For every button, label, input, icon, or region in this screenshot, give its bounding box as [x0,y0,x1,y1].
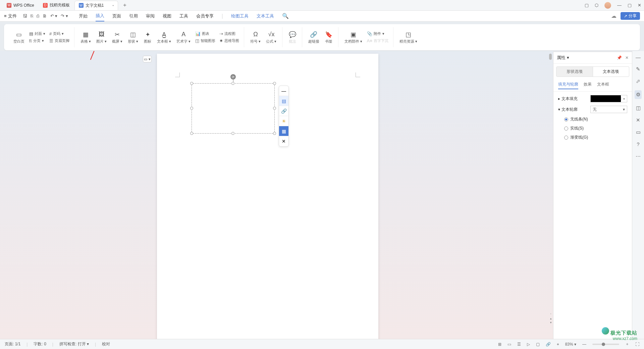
add-tab-button[interactable]: ＋ [119,0,131,10]
tab-text-options[interactable]: 文本选项 [593,66,630,77]
resources-button[interactable]: ◳稻壳资源 ▾ [397,30,419,45]
rail-layers-icon[interactable]: ◫ [636,105,641,111]
view-page-icon[interactable]: ▭ [507,342,511,347]
status-words[interactable]: 字数: 0 [34,341,46,347]
zoom-value[interactable]: 83% ▾ [565,342,576,347]
shapes-button[interactable]: ◫形状 ▾ [126,30,140,45]
page-number-button[interactable]: #页码▾ [48,31,71,37]
radio-no-line[interactable]: 无线条(N) [564,116,627,122]
text-outline-select[interactable]: 无▾ [590,106,627,113]
page-break-button[interactable]: ⎘分页▾ [28,38,47,44]
resize-handle[interactable] [273,107,276,110]
textbox-shape[interactable]: ⟳ [192,83,275,134]
menu-text-tools[interactable]: 文本工具 [257,11,274,21]
resize-handle[interactable] [273,82,276,85]
rail-select-icon[interactable]: ⬀ [636,78,640,84]
vertical-scrollbar[interactable]: ▴ ◦ ▴ ▾ [549,54,552,329]
radio-solid-line[interactable]: 实线(S) [564,126,627,131]
radio-gradient-line[interactable]: 渐变线(G) [564,135,627,140]
doc-parts-button[interactable]: ▣文档部件 ▾ [342,30,364,45]
screenshot-button[interactable]: ✂截屏 ▾ [110,30,124,45]
menu-tools[interactable]: 工具 [179,11,188,21]
attachment-button[interactable]: 📎附件▾ [366,31,390,37]
menu-member[interactable]: 会员专享 [196,11,214,21]
reader-icon[interactable]: ▢ [585,3,589,8]
rail-pen-icon[interactable]: ✎ [636,66,640,72]
subtab-effects[interactable]: 效果 [584,82,592,89]
float-layout-button[interactable]: ▦ [279,126,288,136]
share-button[interactable]: ↗ 分享 [621,12,640,20]
float-more-button[interactable]: ✕ [279,136,288,146]
header-footer-button[interactable]: ☰页眉页脚 [48,38,71,44]
symbol-button[interactable]: Ω符号 ▾ [248,30,263,45]
bookmark-button[interactable]: 🔖书签 [323,30,335,45]
picture-button[interactable]: 🖼图片 ▾ [94,30,109,45]
resize-handle[interactable] [231,132,234,135]
close-button[interactable]: ✕ [638,3,641,8]
view-web-icon[interactable]: ▢ [536,342,540,347]
cube-icon[interactable]: ⬡ [595,3,598,8]
rail-tools-icon[interactable]: ✕ [636,117,640,123]
rail-book-icon[interactable]: ▭ [636,129,641,135]
view-link-icon[interactable]: 🔗 [546,342,551,347]
close-panel-icon[interactable]: ✕ [625,55,629,60]
menu-start[interactable]: 开始 [79,11,88,21]
subtab-fill-outline[interactable]: 填充与轮廓 [558,82,578,89]
pin-icon[interactable]: 📌 [617,55,622,60]
float-style-button[interactable]: ☀ [279,116,288,126]
menu-review[interactable]: 审阅 [146,11,155,21]
smartart-button[interactable]: ◫智能图形 [194,38,217,44]
text-fill-color[interactable]: ▾ [590,95,627,102]
view-read-icon[interactable]: ▷ [527,342,530,347]
menu-reference[interactable]: 引用 [129,11,138,21]
status-proof[interactable]: 校对 [102,341,110,347]
fullscreen-icon[interactable]: ⛶ [635,342,639,347]
layout-options-button[interactable]: ▭ ▾ [143,56,152,62]
resize-handle[interactable] [273,132,276,135]
preview-icon[interactable]: 🗎 [43,13,47,18]
textbox-button[interactable]: A̲文本框 ▾ [155,30,173,45]
redo-button[interactable]: ↷ ▾ [61,13,68,18]
status-spellcheck[interactable]: 拼写检查: 打开 ▾ [59,341,89,347]
wordart-button[interactable]: A艺术字 ▾ [174,30,193,45]
title-tab-document[interactable]: W 文字文稿1 • [74,1,118,10]
title-tab-template[interactable]: D 找稻壳模板 [39,1,74,10]
rail-settings-icon[interactable]: ⚙ [635,90,642,99]
menu-page[interactable]: 页面 [112,11,121,21]
chart-button[interactable]: 📊图表 [194,31,217,37]
link-icon[interactable]: ⎘ [31,13,33,18]
resize-handle[interactable] [231,82,234,85]
document-page[interactable]: ▭ ▾ ⟳ — ▤ 🔗 ☀ ▦ ✕ [157,54,378,339]
mindmap-button[interactable]: ✷思维导图 [218,38,240,44]
cover-button[interactable]: ▤封面▾ [28,31,47,37]
undo-button[interactable]: ↶ ▾ [50,13,58,18]
float-collapse-button[interactable]: — [279,86,288,96]
zoom-out-button[interactable]: — [582,342,586,347]
equation-button[interactable]: √x公式 ▾ [264,30,278,45]
print-icon[interactable]: ⎙ [37,13,39,18]
save-icon[interactable]: 🖫 [23,13,27,18]
rail-help-icon[interactable]: ? [637,141,639,147]
menu-view[interactable]: 视图 [163,11,171,21]
resize-handle[interactable] [190,107,193,110]
minimize-button[interactable]: — [617,3,622,8]
resize-handle[interactable] [190,132,193,135]
zoom-fit-icon[interactable]: ⌖ [557,342,559,347]
rotate-handle[interactable]: ⟳ [230,74,236,80]
table-button[interactable]: ▦表格 ▾ [78,30,93,45]
menu-draw-tools[interactable]: 绘图工具 [231,11,249,21]
subtab-textbox[interactable]: 文本框 [597,82,609,89]
tab-shape-options[interactable]: 形状选项 [556,66,593,77]
file-menu[interactable]: ≡ 文件 [4,13,17,19]
title-tab-wps[interactable]: W WPS Office [3,1,38,9]
view-outline-icon[interactable]: ☰ [517,342,521,347]
float-fill-button[interactable]: ▤ [279,96,288,106]
float-link-button[interactable]: 🔗 [279,106,288,116]
blank-page-button[interactable]: ▭空白页 [11,30,26,45]
zoom-in-button[interactable]: ＋ [625,341,629,347]
flowchart-button[interactable]: ⇢流程图 [218,31,240,37]
rail-minimize[interactable]: — [636,54,641,60]
cloud-icon[interactable]: ☁ [611,13,616,19]
avatar[interactable] [604,2,611,9]
status-page[interactable]: 页面: 1/1 [5,341,20,347]
